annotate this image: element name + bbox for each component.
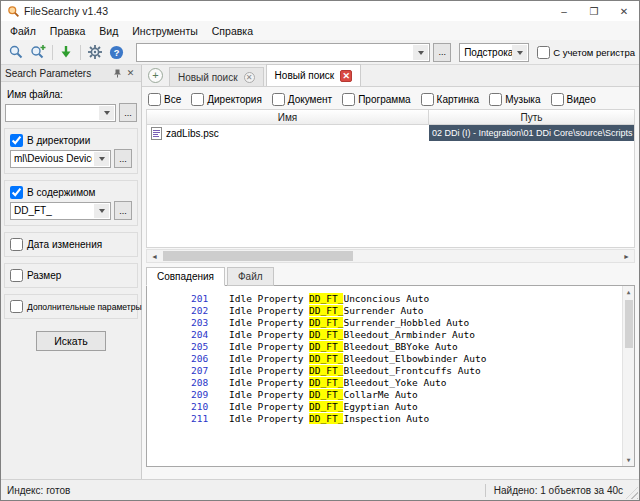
match-line[interactable]: 209Idle Property DD_FT_CollarMe Auto: [191, 389, 620, 401]
type-filter-checkbox[interactable]: [551, 93, 564, 106]
maximize-button[interactable]: ❐: [579, 1, 609, 21]
new-tab-button[interactable]: +: [148, 68, 163, 83]
menu-item[interactable]: Правка: [43, 23, 92, 39]
column-header-name[interactable]: Имя: [147, 110, 429, 125]
type-filter-label: Директория: [207, 94, 262, 105]
help-icon: ?: [109, 45, 124, 60]
filename-browse-button[interactable]: ...: [119, 103, 137, 122]
status-bar: Индекс: готов Найдено: 1 объектов за 40с: [1, 479, 639, 500]
export-button[interactable]: [55, 42, 77, 62]
minimize-button[interactable]: –: [549, 1, 579, 21]
directory-dropdown-button[interactable]: [94, 152, 109, 166]
panel-close-button[interactable]: ✕: [124, 67, 137, 80]
result-name-cell[interactable]: zadLibs.psc: [147, 125, 429, 141]
match-line[interactable]: 201Idle Property DD_FT_Unconcious Auto: [191, 293, 620, 305]
date-group: Дата изменения: [4, 232, 138, 257]
horizontal-scrollbar[interactable]: ◄ ►: [146, 249, 635, 263]
match-line[interactable]: 202Idle Property DD_FT_Surrender Auto: [191, 305, 620, 317]
scrollbar-thumb[interactable]: [625, 300, 633, 348]
match-line[interactable]: 206Idle Property DD_FT_Bleedout_Elbowbin…: [191, 353, 620, 365]
mode-dropdown-button[interactable]: [512, 45, 527, 60]
column-header-path[interactable]: Путь: [429, 110, 634, 125]
match-highlight: DD_FT_: [309, 317, 343, 328]
match-line[interactable]: 211Idle Property DD_FT_Inspection Auto: [191, 413, 620, 425]
match-line[interactable]: 203Idle Property DD_FT_Surrender_Hobbled…: [191, 317, 620, 329]
close-button[interactable]: ✕: [609, 1, 639, 21]
line-number: 207: [191, 365, 213, 377]
date-checkbox[interactable]: [10, 238, 23, 251]
size-option: Размер: [10, 269, 132, 282]
type-filter-checkbox[interactable]: [489, 93, 502, 106]
line-suffix: Surrender_Hobbled Auto: [343, 317, 469, 328]
filename-row: ...: [5, 103, 137, 122]
type-filter-label: Программа: [358, 94, 410, 105]
in-content-option: В содержимом: [10, 186, 132, 199]
type-filter-checkbox[interactable]: [148, 93, 161, 106]
search-submit-button[interactable]: Искать: [36, 331, 106, 351]
query-browse-button[interactable]: ...: [433, 43, 451, 62]
panel-title: Search Parameters: [5, 68, 91, 79]
tab-new-search-2[interactable]: Новый поиск ✕: [266, 64, 362, 86]
search-query-combobox[interactable]: [136, 43, 431, 62]
search-button[interactable]: [5, 42, 27, 62]
filename-dropdown-button[interactable]: [99, 106, 114, 120]
tab-matches[interactable]: Совпадения: [146, 267, 225, 286]
match-line[interactable]: 210Idle Property DD_FT_Egyptian Auto: [191, 401, 620, 413]
vertical-scrollbar[interactable]: ▲ ▼: [622, 286, 634, 466]
directory-browse-button[interactable]: ...: [114, 149, 132, 168]
match-line[interactable]: 205Idle Property DD_FT_Bleedout_BBYoke A…: [191, 341, 620, 353]
size-checkbox[interactable]: [10, 269, 23, 282]
tab-close-icon[interactable]: ✕: [244, 72, 255, 83]
match-line[interactable]: 204Idle Property DD_FT_Bleedout_Armbinde…: [191, 329, 620, 341]
line-number: 206: [191, 353, 213, 365]
results-header: Имя Путь: [147, 110, 634, 125]
menu-item[interactable]: Файл: [3, 23, 43, 39]
menu-item[interactable]: Вид: [92, 23, 125, 39]
help-button[interactable]: ?: [106, 42, 128, 62]
scroll-up-icon[interactable]: ▲: [627, 286, 631, 298]
in-directory-checkbox[interactable]: [10, 134, 23, 147]
in-content-group: В содержимом ...: [4, 180, 138, 226]
match-mode-combobox[interactable]: Подстрока: [459, 43, 529, 62]
type-filter-checkbox[interactable]: [272, 93, 285, 106]
case-sensitive-checkbox[interactable]: [537, 46, 550, 59]
menu-item[interactable]: Инструменты: [125, 23, 204, 39]
extra-params-checkbox[interactable]: [10, 300, 23, 313]
app-window: FileSearchy v1.43 – ❐ ✕ Файл Правка Вид …: [0, 0, 640, 501]
content-dropdown-button[interactable]: [94, 204, 109, 218]
content-combobox[interactable]: [10, 202, 111, 220]
filename-combobox[interactable]: [5, 104, 116, 122]
settings-button[interactable]: [84, 42, 106, 62]
directory-combobox[interactable]: [10, 150, 111, 168]
scrollbar-thumb[interactable]: [163, 251, 353, 261]
new-search-button[interactable]: [27, 42, 49, 62]
type-filter-label: Все: [164, 94, 181, 105]
tab-file[interactable]: Файл: [227, 267, 274, 286]
type-filter-checkbox[interactable]: [342, 93, 355, 106]
match-line[interactable]: 207Idle Property DD_FT_Bleedout_Frontcuf…: [191, 365, 620, 377]
pin-button[interactable]: [111, 67, 124, 80]
match-line[interactable]: 208Idle Property DD_FT_Bleedout_Yoke Aut…: [191, 377, 620, 389]
scroll-right-icon[interactable]: ►: [619, 250, 634, 262]
content-browse-button[interactable]: ...: [114, 201, 132, 220]
query-dropdown-button[interactable]: [413, 45, 428, 60]
type-filter-checkbox[interactable]: [421, 93, 434, 106]
type-filter-option: Документ: [272, 93, 332, 106]
match-highlight: DD_FT_: [309, 329, 343, 340]
type-filter-option: Картинка: [421, 93, 480, 106]
tab-close-icon[interactable]: ✕: [340, 70, 352, 82]
window-controls: – ❐ ✕: [549, 1, 639, 21]
scroll-left-icon[interactable]: ◄: [147, 250, 162, 262]
result-row[interactable]: zadLibs.psc 02 DDi (I) - Integration\01 …: [147, 125, 634, 141]
line-prefix: Idle Property: [229, 341, 309, 352]
menu-item[interactable]: Справка: [205, 23, 260, 39]
content-row: ...: [10, 201, 132, 220]
case-sensitive-option: С учетом регистра: [537, 46, 635, 59]
scroll-down-icon[interactable]: ▼: [627, 454, 631, 466]
tab-new-search-1[interactable]: Новый поиск ✕: [169, 67, 264, 86]
search-tab-strip: + Новый поиск ✕ Новый поиск ✕: [142, 65, 639, 87]
result-path-cell[interactable]: 02 DDi (I) - Integration\01 DDi Core\sou…: [429, 125, 634, 141]
search-query-input[interactable]: [137, 44, 430, 61]
in-content-checkbox[interactable]: [10, 186, 23, 199]
type-filter-checkbox[interactable]: [191, 93, 204, 106]
